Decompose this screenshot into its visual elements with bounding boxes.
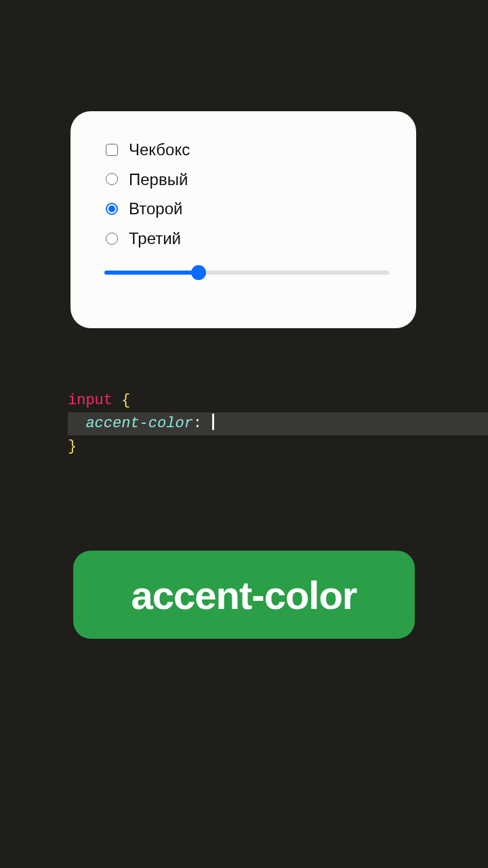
code-property: accent-color: [85, 415, 192, 432]
checkbox-label: Чекбокс: [129, 138, 190, 161]
radio-label-3: Третий: [129, 227, 181, 250]
title-pill: accent-color: [73, 551, 415, 639]
checkbox-row: Чекбокс: [104, 138, 389, 161]
slider-fill: [104, 271, 199, 275]
code-colon: :: [193, 415, 202, 432]
checkbox-input[interactable]: [104, 142, 119, 157]
radio-row-1: Первый: [104, 168, 389, 191]
radio-input-2[interactable]: [104, 201, 119, 216]
radio-label-1: Первый: [129, 168, 188, 191]
code-brace-open: {: [121, 392, 130, 409]
code-block: input { accent-color: }: [68, 389, 488, 458]
slider-thumb-icon[interactable]: [191, 265, 206, 280]
checkbox-icon: [106, 144, 118, 156]
range-slider[interactable]: [104, 266, 389, 279]
radio-dot-icon: [108, 205, 115, 212]
radio-icon: [106, 233, 118, 245]
text-caret-icon: [212, 414, 214, 430]
radio-icon: [106, 203, 118, 215]
radio-icon: [106, 173, 118, 185]
code-line-3: }: [68, 438, 77, 455]
title-pill-label: accent-color: [131, 572, 357, 618]
radio-input-3[interactable]: [104, 231, 119, 246]
radio-row-3: Третий: [104, 227, 389, 250]
code-brace-close: }: [68, 438, 77, 455]
code-line-2[interactable]: accent-color:: [68, 412, 488, 435]
demo-card: Чекбокс Первый Второй Третий: [70, 111, 416, 328]
radio-input-1[interactable]: [104, 172, 119, 186]
code-line-1: input {: [68, 392, 130, 409]
code-selector: input: [68, 392, 113, 409]
radio-label-2: Второй: [129, 197, 182, 220]
radio-row-2: Второй: [104, 197, 389, 220]
